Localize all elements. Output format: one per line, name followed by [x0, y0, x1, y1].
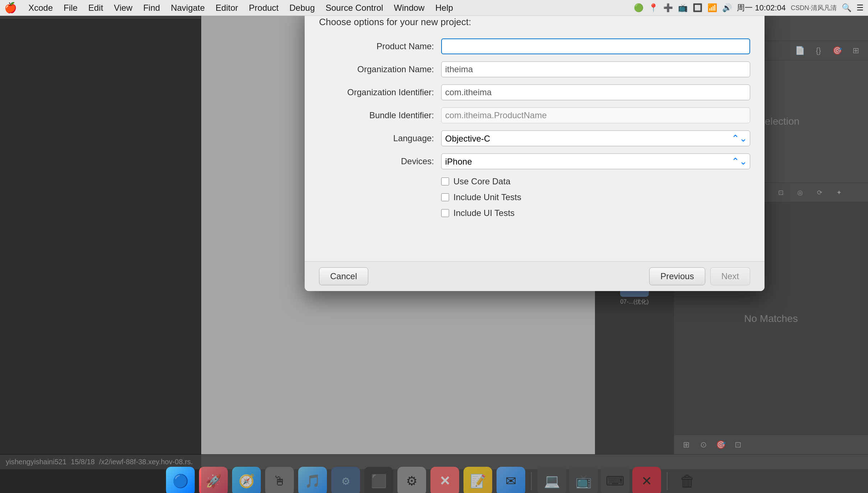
menu-help[interactable]: Help	[433, 2, 455, 14]
new-project-dialog: Choose options for your new project: Pro…	[305, 6, 765, 291]
include-unit-tests-label: Include Unit Tests	[453, 192, 521, 202]
menu-find[interactable]: Find	[141, 2, 162, 14]
plus-icon: ➕	[663, 3, 673, 13]
left-navigator: 📁 🔍 ⚠ ◇ ⬟ ⬡ 📋 ◀ ▶	[0, 0, 201, 493]
next-button[interactable]: Next	[710, 267, 750, 285]
cancel-button[interactable]: Cancel	[319, 267, 368, 285]
org-name-input[interactable]	[441, 61, 750, 77]
language-label: Language:	[319, 133, 441, 143]
nav-icon: 📍	[648, 3, 658, 13]
menu-file[interactable]: File	[61, 2, 80, 14]
bundle-id-row: Bundle Identifier:	[319, 107, 750, 123]
use-core-data-row: Use Core Data	[441, 176, 750, 186]
include-unit-tests-checkbox[interactable]	[441, 193, 449, 201]
org-id-input[interactable]	[441, 84, 750, 100]
clock: 周一 10:02:04	[737, 3, 786, 13]
dialog-content: Product Name: Organization Name: Organiz…	[305, 31, 765, 261]
menu-view[interactable]: View	[112, 2, 135, 14]
language-row: Language: Objective-C Swift ⌃⌄	[319, 130, 750, 146]
dock-finder[interactable]: 🔵	[166, 467, 195, 493]
unit-tests-row: Include Unit Tests	[441, 192, 750, 202]
screen2-icon: 🔲	[693, 3, 702, 13]
screen-icon: 📺	[678, 3, 688, 13]
csdn-label: CSDN·清风凡清	[791, 4, 837, 12]
use-core-data-label: Use Core Data	[453, 176, 511, 186]
menu-xcode[interactable]: Xcode	[26, 2, 55, 14]
menu-product[interactable]: Product	[247, 2, 281, 14]
include-ui-tests-checkbox[interactable]	[441, 209, 449, 217]
menu-debug[interactable]: Debug	[287, 2, 317, 14]
devices-label: Devices:	[319, 156, 441, 166]
dialog-footer: Cancel Previous Next	[305, 261, 765, 291]
menu-editor[interactable]: Editor	[213, 2, 240, 14]
wifi-icon: 📶	[707, 3, 717, 13]
bundle-id-input	[441, 107, 750, 123]
product-name-input[interactable]	[441, 38, 750, 54]
xcode-editor: Choose options for your new project: Pro…	[201, 0, 868, 493]
menu-window[interactable]: Window	[392, 2, 426, 14]
org-name-label: Organization Name:	[319, 64, 441, 74]
org-id-label: Organization Identifier:	[319, 87, 441, 97]
menu-edit[interactable]: Edit	[86, 2, 105, 14]
product-name-label: Product Name:	[319, 41, 441, 51]
devices-select[interactable]: iPhone iPad Universal	[441, 153, 750, 169]
apple-menu[interactable]: 🍎	[4, 2, 17, 14]
include-ui-tests-label: Include UI Tests	[453, 208, 514, 218]
previous-button[interactable]: Previous	[649, 267, 705, 285]
dialog-overlay: Choose options for your new project: Pro…	[201, 0, 868, 493]
path-info: /x2/iewf-88f-38.xey.hov-08.rs.	[99, 458, 193, 466]
run-indicator: 🟢	[634, 3, 643, 13]
product-name-row: Product Name:	[319, 38, 750, 54]
search-icon[interactable]: 🔍	[842, 3, 851, 13]
menu-navigate[interactable]: Navigate	[168, 2, 207, 14]
use-core-data-checkbox[interactable]	[441, 178, 449, 185]
sound-icon: 🔊	[722, 3, 732, 13]
menu-source-control[interactable]: Source Control	[323, 2, 385, 14]
devices-row: Devices: iPhone iPad Universal ⌃⌄	[319, 153, 750, 169]
menubar: 🍎 Xcode File Edit View Find Navigate Edi…	[0, 0, 868, 16]
ui-tests-row: Include UI Tests	[441, 208, 750, 218]
bundle-id-label: Bundle Identifier:	[319, 110, 441, 120]
list-icon[interactable]: ☰	[857, 3, 864, 13]
org-id-row: Organization Identifier:	[319, 84, 750, 100]
user-info: yishengyishaini521	[6, 458, 66, 466]
org-name-row: Organization Name:	[319, 61, 750, 77]
date-info: 15/8/18	[71, 458, 95, 466]
language-select[interactable]: Objective-C Swift	[441, 130, 750, 146]
